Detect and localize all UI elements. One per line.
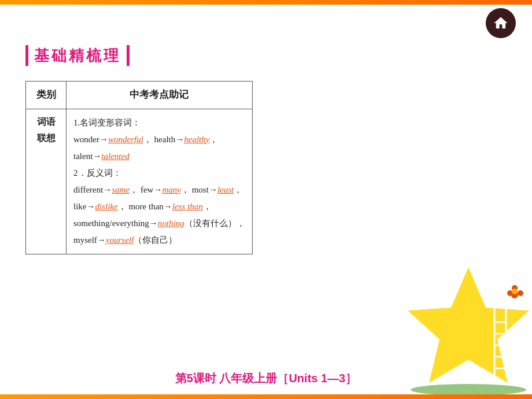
line1: 1.名词变形容词： [73,115,245,131]
header-col-label: 类别 [26,82,66,109]
top-bar [0,0,532,5]
svg-point-11 [507,290,513,296]
svg-point-12 [512,289,518,294]
table-header-row: 类别 中考考点助记 [26,82,253,109]
line6: like→dislike， more than→less than， [73,199,245,215]
line4: 2．反义词： [73,165,245,181]
table-row: 词语联想 1.名词变形容词： wonder→wonderful， health→… [26,109,253,254]
line7: something/everything→nothing（没有什么）， [73,216,245,231]
svg-point-10 [518,290,523,296]
row-label: 词语联想 [26,109,66,254]
line8: myself→yourself（你自己） [73,232,245,248]
svg-point-8 [511,291,518,298]
section-title-text: 基础精梳理 [34,46,121,66]
header-col-content: 中考考点助记 [66,82,253,109]
title-bar-right [127,45,130,66]
svg-marker-0 [408,267,529,383]
home-button[interactable] [486,8,516,38]
line2: wonder→wonderful， health→healthy， [73,132,245,147]
bottom-bar [0,394,532,399]
svg-point-9 [512,285,518,291]
line3: talent→talented [73,149,245,164]
footer-text: 第5课时 八年级上册［Units 1—3］ [0,371,532,386]
home-icon [493,15,509,31]
section-title: 基础精梳理 [25,45,130,66]
title-bar-left [25,45,28,66]
row-content: 1.名词变形容词： wonder→wonderful， health→healt… [66,109,253,254]
line5: different→same， few→many， most→least， [73,182,245,198]
main-table: 类别 中考考点助记 词语联想 1.名词变形容词： wonder→wonderfu… [25,81,253,254]
